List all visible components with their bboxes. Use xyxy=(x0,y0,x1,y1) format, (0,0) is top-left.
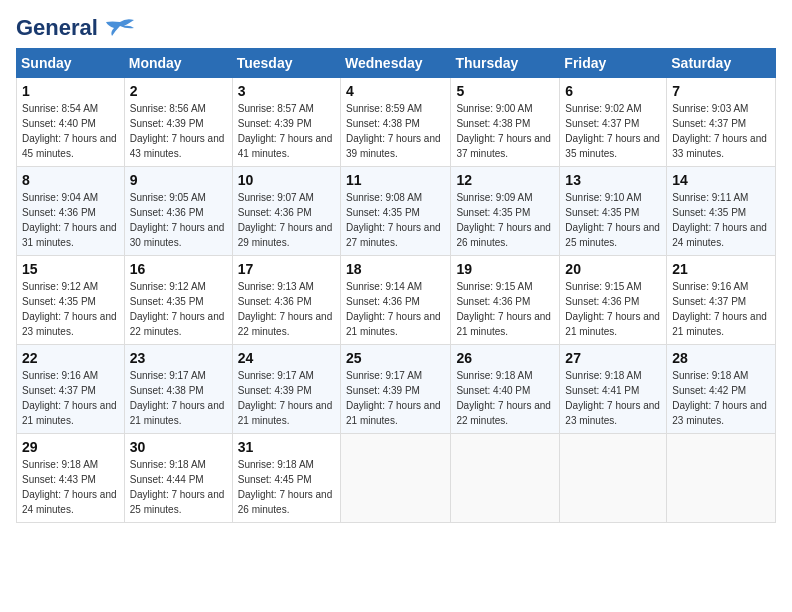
calendar-cell: 28 Sunrise: 9:18 AMSunset: 4:42 PMDaylig… xyxy=(667,345,776,434)
day-number: 4 xyxy=(346,83,445,99)
day-detail: Sunrise: 9:16 AMSunset: 4:37 PMDaylight:… xyxy=(22,370,117,426)
day-detail: Sunrise: 8:54 AMSunset: 4:40 PMDaylight:… xyxy=(22,103,117,159)
calendar-cell: 12 Sunrise: 9:09 AMSunset: 4:35 PMDaylig… xyxy=(451,167,560,256)
calendar-week-row: 1 Sunrise: 8:54 AMSunset: 4:40 PMDayligh… xyxy=(17,78,776,167)
calendar-cell: 3 Sunrise: 8:57 AMSunset: 4:39 PMDayligh… xyxy=(232,78,340,167)
calendar-cell: 16 Sunrise: 9:12 AMSunset: 4:35 PMDaylig… xyxy=(124,256,232,345)
day-detail: Sunrise: 9:18 AMSunset: 4:44 PMDaylight:… xyxy=(130,459,225,515)
day-number: 8 xyxy=(22,172,119,188)
calendar-cell: 22 Sunrise: 9:16 AMSunset: 4:37 PMDaylig… xyxy=(17,345,125,434)
day-detail: Sunrise: 9:11 AMSunset: 4:35 PMDaylight:… xyxy=(672,192,767,248)
calendar-cell: 10 Sunrise: 9:07 AMSunset: 4:36 PMDaylig… xyxy=(232,167,340,256)
day-number: 16 xyxy=(130,261,227,277)
calendar-week-row: 22 Sunrise: 9:16 AMSunset: 4:37 PMDaylig… xyxy=(17,345,776,434)
calendar-cell: 8 Sunrise: 9:04 AMSunset: 4:36 PMDayligh… xyxy=(17,167,125,256)
day-number: 19 xyxy=(456,261,554,277)
calendar-cell: 6 Sunrise: 9:02 AMSunset: 4:37 PMDayligh… xyxy=(560,78,667,167)
day-detail: Sunrise: 9:18 AMSunset: 4:43 PMDaylight:… xyxy=(22,459,117,515)
day-number: 15 xyxy=(22,261,119,277)
calendar-cell: 14 Sunrise: 9:11 AMSunset: 4:35 PMDaylig… xyxy=(667,167,776,256)
calendar-cell: 9 Sunrise: 9:05 AMSunset: 4:36 PMDayligh… xyxy=(124,167,232,256)
calendar-cell: 19 Sunrise: 9:15 AMSunset: 4:36 PMDaylig… xyxy=(451,256,560,345)
day-detail: Sunrise: 9:07 AMSunset: 4:36 PMDaylight:… xyxy=(238,192,333,248)
day-number: 1 xyxy=(22,83,119,99)
day-number: 6 xyxy=(565,83,661,99)
day-detail: Sunrise: 9:08 AMSunset: 4:35 PMDaylight:… xyxy=(346,192,441,248)
day-detail: Sunrise: 9:09 AMSunset: 4:35 PMDaylight:… xyxy=(456,192,551,248)
day-number: 24 xyxy=(238,350,335,366)
calendar-cell: 7 Sunrise: 9:03 AMSunset: 4:37 PMDayligh… xyxy=(667,78,776,167)
day-detail: Sunrise: 9:18 AMSunset: 4:41 PMDaylight:… xyxy=(565,370,660,426)
weekday-header-wednesday: Wednesday xyxy=(341,49,451,78)
day-detail: Sunrise: 9:15 AMSunset: 4:36 PMDaylight:… xyxy=(565,281,660,337)
weekday-header-sunday: Sunday xyxy=(17,49,125,78)
day-detail: Sunrise: 9:05 AMSunset: 4:36 PMDaylight:… xyxy=(130,192,225,248)
day-detail: Sunrise: 9:15 AMSunset: 4:36 PMDaylight:… xyxy=(456,281,551,337)
weekday-header-row: SundayMondayTuesdayWednesdayThursdayFrid… xyxy=(17,49,776,78)
day-detail: Sunrise: 9:03 AMSunset: 4:37 PMDaylight:… xyxy=(672,103,767,159)
day-number: 18 xyxy=(346,261,445,277)
day-number: 5 xyxy=(456,83,554,99)
day-number: 13 xyxy=(565,172,661,188)
day-number: 29 xyxy=(22,439,119,455)
page-header: General xyxy=(16,16,776,40)
weekday-header-tuesday: Tuesday xyxy=(232,49,340,78)
day-number: 17 xyxy=(238,261,335,277)
calendar-cell: 1 Sunrise: 8:54 AMSunset: 4:40 PMDayligh… xyxy=(17,78,125,167)
calendar-cell xyxy=(667,434,776,523)
weekday-header-thursday: Thursday xyxy=(451,49,560,78)
calendar-cell: 15 Sunrise: 9:12 AMSunset: 4:35 PMDaylig… xyxy=(17,256,125,345)
day-number: 28 xyxy=(672,350,770,366)
calendar-cell: 11 Sunrise: 9:08 AMSunset: 4:35 PMDaylig… xyxy=(341,167,451,256)
calendar-cell: 27 Sunrise: 9:18 AMSunset: 4:41 PMDaylig… xyxy=(560,345,667,434)
day-number: 2 xyxy=(130,83,227,99)
calendar-cell: 13 Sunrise: 9:10 AMSunset: 4:35 PMDaylig… xyxy=(560,167,667,256)
day-number: 3 xyxy=(238,83,335,99)
calendar-cell: 23 Sunrise: 9:17 AMSunset: 4:38 PMDaylig… xyxy=(124,345,232,434)
day-detail: Sunrise: 9:04 AMSunset: 4:36 PMDaylight:… xyxy=(22,192,117,248)
logo: General xyxy=(16,16,134,40)
day-number: 7 xyxy=(672,83,770,99)
calendar-cell xyxy=(451,434,560,523)
calendar-cell: 25 Sunrise: 9:17 AMSunset: 4:39 PMDaylig… xyxy=(341,345,451,434)
day-detail: Sunrise: 9:18 AMSunset: 4:42 PMDaylight:… xyxy=(672,370,767,426)
day-number: 31 xyxy=(238,439,335,455)
day-detail: Sunrise: 9:17 AMSunset: 4:39 PMDaylight:… xyxy=(238,370,333,426)
day-number: 26 xyxy=(456,350,554,366)
weekday-header-monday: Monday xyxy=(124,49,232,78)
day-detail: Sunrise: 9:17 AMSunset: 4:39 PMDaylight:… xyxy=(346,370,441,426)
day-number: 20 xyxy=(565,261,661,277)
day-number: 25 xyxy=(346,350,445,366)
day-detail: Sunrise: 8:59 AMSunset: 4:38 PMDaylight:… xyxy=(346,103,441,159)
calendar-cell: 2 Sunrise: 8:56 AMSunset: 4:39 PMDayligh… xyxy=(124,78,232,167)
day-number: 12 xyxy=(456,172,554,188)
day-number: 23 xyxy=(130,350,227,366)
calendar-cell: 18 Sunrise: 9:14 AMSunset: 4:36 PMDaylig… xyxy=(341,256,451,345)
day-detail: Sunrise: 9:16 AMSunset: 4:37 PMDaylight:… xyxy=(672,281,767,337)
day-number: 11 xyxy=(346,172,445,188)
calendar-cell: 24 Sunrise: 9:17 AMSunset: 4:39 PMDaylig… xyxy=(232,345,340,434)
day-detail: Sunrise: 9:13 AMSunset: 4:36 PMDaylight:… xyxy=(238,281,333,337)
calendar-week-row: 8 Sunrise: 9:04 AMSunset: 4:36 PMDayligh… xyxy=(17,167,776,256)
day-detail: Sunrise: 9:18 AMSunset: 4:40 PMDaylight:… xyxy=(456,370,551,426)
day-number: 21 xyxy=(672,261,770,277)
day-number: 14 xyxy=(672,172,770,188)
calendar-cell: 20 Sunrise: 9:15 AMSunset: 4:36 PMDaylig… xyxy=(560,256,667,345)
calendar-week-row: 29 Sunrise: 9:18 AMSunset: 4:43 PMDaylig… xyxy=(17,434,776,523)
day-detail: Sunrise: 9:14 AMSunset: 4:36 PMDaylight:… xyxy=(346,281,441,337)
calendar-cell: 4 Sunrise: 8:59 AMSunset: 4:38 PMDayligh… xyxy=(341,78,451,167)
day-detail: Sunrise: 9:18 AMSunset: 4:45 PMDaylight:… xyxy=(238,459,333,515)
calendar-cell xyxy=(341,434,451,523)
calendar-cell: 31 Sunrise: 9:18 AMSunset: 4:45 PMDaylig… xyxy=(232,434,340,523)
calendar-cell xyxy=(560,434,667,523)
weekday-header-friday: Friday xyxy=(560,49,667,78)
day-detail: Sunrise: 8:56 AMSunset: 4:39 PMDaylight:… xyxy=(130,103,225,159)
day-number: 10 xyxy=(238,172,335,188)
day-detail: Sunrise: 9:12 AMSunset: 4:35 PMDaylight:… xyxy=(22,281,117,337)
day-detail: Sunrise: 9:02 AMSunset: 4:37 PMDaylight:… xyxy=(565,103,660,159)
day-detail: Sunrise: 9:00 AMSunset: 4:38 PMDaylight:… xyxy=(456,103,551,159)
calendar-cell: 5 Sunrise: 9:00 AMSunset: 4:38 PMDayligh… xyxy=(451,78,560,167)
logo-bird-icon xyxy=(106,18,134,40)
day-number: 27 xyxy=(565,350,661,366)
calendar-week-row: 15 Sunrise: 9:12 AMSunset: 4:35 PMDaylig… xyxy=(17,256,776,345)
